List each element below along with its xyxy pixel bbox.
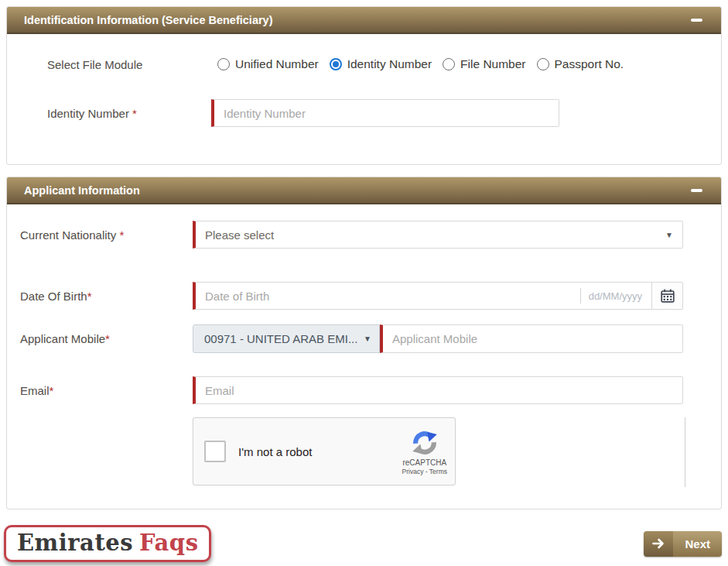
identity-number-label: Identity Number *	[47, 107, 211, 120]
radio-unified-number[interactable]: Unified Number	[217, 57, 319, 71]
country-code-select[interactable]: 00971 - UNITED ARAB EMI... ▼	[193, 324, 380, 353]
country-code-value: 00971 - UNITED ARAB EMI...	[204, 332, 364, 345]
radio-label-file-number: File Number	[460, 57, 525, 71]
select-file-module-row: Select File Module Unified Number Identi…	[47, 57, 721, 71]
identity-number-row: Identity Number *	[47, 99, 721, 127]
radio-label-unified-number: Unified Number	[235, 57, 319, 71]
date-of-birth-input-wrap: dd/MM/yyyy	[193, 282, 652, 310]
next-button[interactable]: Next	[644, 531, 722, 557]
applicant-panel-body: Current Nationality * Please select ▼ Da…	[7, 204, 721, 485]
current-nationality-label: Current Nationality *	[20, 228, 193, 242]
arrow-right-icon	[652, 538, 665, 549]
applicant-panel-title: Applicant Information	[24, 184, 140, 197]
logo-text-accent: Faqs	[139, 530, 198, 556]
date-of-birth-label-text: Date Of Birth	[20, 290, 87, 303]
required-asterisk: *	[132, 107, 137, 120]
applicant-mobile-row: Applicant Mobile* 00971 - UNITED ARAB EM…	[20, 324, 683, 353]
radio-icon-identity-number[interactable]	[330, 58, 342, 70]
required-asterisk: *	[50, 384, 54, 397]
applicant-panel-header[interactable]: Applicant Information	[7, 177, 721, 204]
calendar-button[interactable]	[652, 282, 683, 310]
radio-passport-no[interactable]: Passport No.	[537, 57, 624, 71]
identity-number-label-text: Identity Number	[47, 107, 129, 120]
recaptcha-checkbox[interactable]	[204, 441, 226, 462]
date-of-birth-label: Date Of Birth*	[20, 290, 193, 303]
chevron-down-icon: ▼	[364, 334, 371, 343]
email-row: Email*	[20, 376, 683, 404]
identification-panel-header[interactable]: Identification Information (Service Bene…	[7, 7, 721, 34]
collapse-minus-icon[interactable]	[691, 189, 702, 192]
recaptcha-privacy-terms[interactable]: Privacy - Terms	[402, 468, 447, 475]
email-field-col	[193, 376, 683, 404]
email-label: Email*	[20, 384, 193, 397]
recaptcha-label: I'm not a robot	[238, 445, 402, 458]
radio-label-passport-no: Passport No.	[555, 57, 624, 71]
applicant-mobile-input[interactable]	[383, 325, 682, 352]
date-of-birth-field: dd/MM/yyyy	[193, 282, 683, 310]
radio-icon-unified-number[interactable]	[217, 58, 230, 70]
captcha-row: I'm not a robot reCAPTCHA Privacy - Term…	[20, 417, 683, 485]
file-module-radio-group: Unified Number Identity Number File Numb…	[211, 57, 634, 71]
recaptcha-brand: reCAPTCHA Privacy - Terms	[402, 428, 447, 475]
collapse-minus-icon[interactable]	[691, 19, 702, 22]
applicant-mobile-label-text: Applicant Mobile	[20, 332, 105, 345]
date-format-hint: dd/MM/yyyy	[581, 290, 651, 302]
identity-number-field	[211, 99, 559, 127]
radio-identity-number[interactable]: Identity Number	[330, 57, 432, 71]
applicant-panel: Applicant Information Current Nationalit…	[6, 177, 722, 509]
date-of-birth-input[interactable]	[196, 283, 580, 309]
radio-file-number[interactable]: File Number	[443, 57, 525, 71]
identification-panel: Identification Information (Service Bene…	[6, 6, 722, 165]
current-nationality-field-col: Please select ▼	[193, 221, 683, 249]
next-arrow-segment	[644, 531, 673, 557]
next-button-label: Next	[673, 531, 722, 557]
recaptcha-logo-icon	[410, 428, 439, 458]
select-file-module-label: Select File Module	[47, 58, 211, 71]
recaptcha-widget: I'm not a robot reCAPTCHA Privacy - Term…	[193, 417, 456, 485]
calendar-icon	[660, 288, 675, 304]
current-nationality-label-text: Current Nationality	[20, 228, 116, 242]
current-nationality-select[interactable]: Please select ▼	[193, 221, 683, 249]
logo-text-primary: Emirates	[17, 530, 133, 556]
radio-icon-file-number[interactable]	[443, 58, 455, 70]
right-divider-line	[685, 417, 685, 487]
date-of-birth-row: Date Of Birth* dd/MM/yyyy	[20, 282, 683, 310]
required-asterisk: *	[87, 290, 92, 303]
radio-label-identity-number: Identity Number	[347, 57, 432, 71]
applicant-mobile-input-wrap	[380, 324, 683, 353]
identification-panel-title: Identification Information (Service Bene…	[24, 14, 273, 26]
radio-icon-passport-no[interactable]	[537, 58, 549, 70]
chevron-down-icon: ▼	[665, 231, 673, 239]
emirates-faqs-logo[interactable]: EmiratesFaqs	[4, 525, 211, 562]
applicant-mobile-field: 00971 - UNITED ARAB EMI... ▼	[193, 324, 683, 353]
applicant-mobile-label: Applicant Mobile*	[20, 332, 193, 345]
current-nationality-row: Current Nationality * Please select ▼	[20, 221, 683, 249]
required-asterisk: *	[119, 228, 124, 242]
footer: EmiratesFaqs Next	[4, 525, 722, 562]
email-input[interactable]	[196, 377, 682, 403]
email-label-text: Email	[20, 384, 50, 397]
required-asterisk: *	[105, 332, 110, 345]
identification-panel-body: Select File Module Unified Number Identi…	[7, 34, 721, 127]
recaptcha-brand-name: reCAPTCHA	[402, 458, 446, 467]
email-field	[193, 376, 683, 404]
identity-number-input[interactable]	[214, 100, 559, 126]
current-nationality-value: Please select	[205, 228, 665, 242]
